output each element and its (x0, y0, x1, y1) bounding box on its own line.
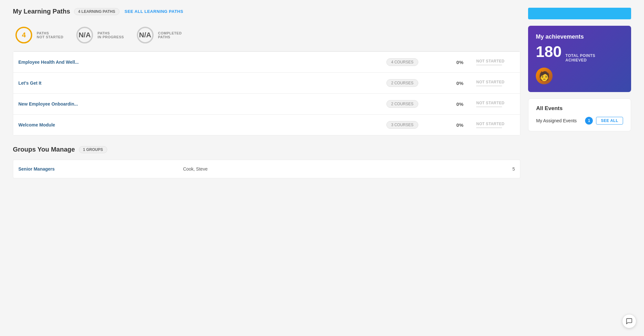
top-action-button[interactable] (528, 8, 631, 19)
table-row: Let's Get It 2 COURSES 0% NOT STARTED (13, 73, 520, 94)
courses-badge: 2 COURSES (386, 100, 418, 108)
path-name-link[interactable]: Employee Health And Well... (18, 60, 386, 65)
achievements-card: My achievements 180 TOTAL POINTS ACHIEVE… (528, 26, 631, 92)
status-badge: NOT STARTED (476, 80, 515, 86)
courses-badge: 3 COURSES (386, 121, 418, 129)
stat-value-completed: N/A (139, 31, 151, 39)
group-manager: Cook, Steve (183, 166, 512, 172)
status-badge: NOT STARTED (476, 101, 515, 107)
status-badge: NOT STARTED (476, 59, 515, 65)
points-number: 180 (536, 44, 562, 60)
events-count-badge: 1 (585, 117, 593, 125)
stat-circle-not-started: 4 (15, 27, 32, 43)
path-name-link[interactable]: Let's Get It (18, 80, 386, 86)
status-badge: NOT STARTED (476, 122, 515, 128)
events-card: All Events My Assigned Events 1 SEE ALL (528, 98, 631, 131)
groups-badge: 1 GROUPS (79, 146, 107, 153)
group-count: 5 (512, 166, 515, 172)
groups-header: Groups You Manage 1 GROUPS (13, 146, 520, 153)
learning-paths-badge: 4 LEARNING PATHS (74, 8, 119, 15)
stat-value-in-progress: N/A (79, 31, 91, 39)
achievements-title: My achievements (536, 33, 623, 40)
stat-completed: N/A COMPLETED PATHS (137, 27, 182, 43)
stat-circle-in-progress: N/A (76, 27, 93, 43)
avatar: 🧑 (536, 68, 553, 84)
path-name-link[interactable]: New Employee Onboardin... (18, 101, 386, 107)
events-row: My Assigned Events 1 SEE ALL (536, 117, 623, 125)
main-content: My Learning Paths 4 LEARNING PATHS SEE A… (13, 8, 520, 178)
progress-percent: 0% (444, 101, 463, 107)
group-name-link[interactable]: Senior Managers (18, 166, 183, 172)
my-assigned-events-label: My Assigned Events (536, 118, 582, 123)
avatar-emoji: 🧑 (539, 71, 550, 81)
learning-paths-header: My Learning Paths 4 LEARNING PATHS SEE A… (13, 8, 520, 15)
progress-percent: 0% (444, 122, 463, 128)
paths-container: Employee Health And Well... 4 COURSES 0%… (13, 51, 520, 135)
sidebar: My achievements 180 TOTAL POINTS ACHIEVE… (528, 8, 631, 178)
stat-not-started: 4 PATHS NOT STARTED (15, 27, 63, 43)
groups-title: Groups You Manage (13, 146, 75, 153)
stat-label-in-progress: PATHS IN PROGRESS (98, 31, 124, 39)
courses-badge: 4 COURSES (386, 58, 418, 66)
stat-label-completed: COMPLETED PATHS (158, 31, 182, 39)
stat-label-not-started: PATHS NOT STARTED (37, 31, 63, 39)
stat-value-not-started: 4 (22, 31, 26, 39)
table-row: Employee Health And Well... 4 COURSES 0%… (13, 51, 520, 73)
see-all-events-button[interactable]: SEE ALL (596, 117, 623, 125)
stats-row: 4 PATHS NOT STARTED N/A PATHS IN PROGRES… (13, 22, 520, 51)
achievements-points-row: 180 TOTAL POINTS ACHIEVED (536, 44, 623, 62)
table-row: Welcome Module 3 COURSES 0% NOT STARTED (13, 115, 520, 135)
all-events-title: All Events (536, 105, 623, 112)
group-row: Senior Managers Cook, Steve 5 (13, 160, 520, 178)
table-row: New Employee Onboardin... 2 COURSES 0% N… (13, 94, 520, 115)
stat-circle-completed: N/A (137, 27, 154, 43)
groups-section: Groups You Manage 1 GROUPS Senior Manage… (13, 146, 520, 178)
learning-paths-title: My Learning Paths (13, 8, 70, 15)
points-label: TOTAL POINTS ACHIEVED (565, 53, 595, 62)
progress-percent: 0% (444, 60, 463, 65)
path-name-link[interactable]: Welcome Module (18, 122, 386, 127)
courses-badge: 2 COURSES (386, 79, 418, 87)
stat-in-progress: N/A PATHS IN PROGRESS (76, 27, 124, 43)
progress-percent: 0% (444, 80, 463, 86)
see-all-learning-paths-link[interactable]: SEE ALL LEARNING PATHS (125, 9, 183, 14)
